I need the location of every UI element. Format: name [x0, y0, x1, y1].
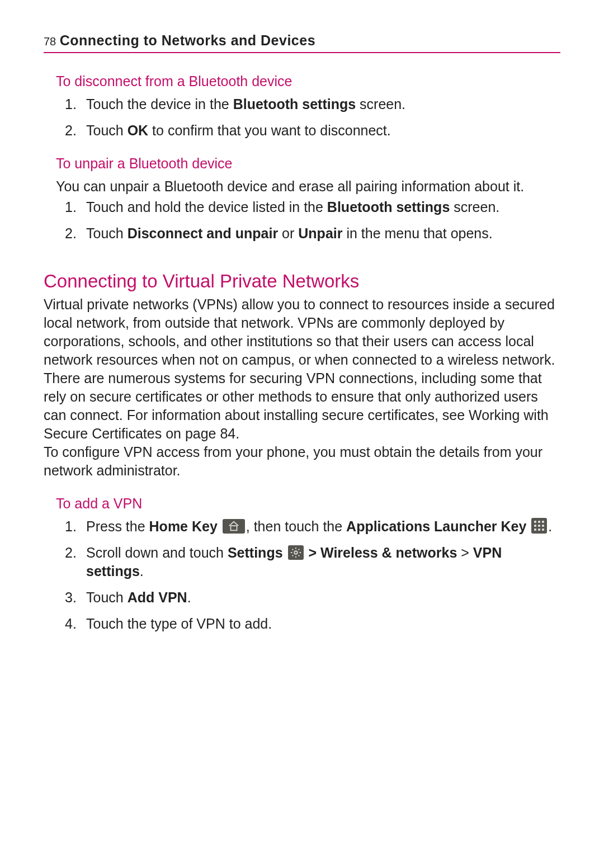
step-text: Touch and hold the device listed in the [86, 199, 327, 215]
steps-add-vpn: 1. Press the Home Key , then touch the A… [44, 517, 560, 633]
svg-rect-0 [230, 526, 237, 530]
step-number: 2. [65, 224, 77, 243]
heading-add-vpn: To add a VPN [56, 496, 560, 512]
step-text: . [548, 518, 552, 534]
step-number: 4. [65, 615, 77, 633]
unpair-intro: You can unpair a Bluetooth device and er… [56, 177, 560, 196]
step-item: 4. Touch the type of VPN to add. [81, 615, 560, 633]
step-text: Scroll down and touch [86, 545, 228, 560]
heading-unpair-bluetooth: To unpair a Bluetooth device [56, 155, 560, 172]
heading-disconnect-bluetooth: To disconnect from a Bluetooth device [56, 73, 560, 89]
steps-disconnect: 1. Touch the device in the Bluetooth set… [44, 95, 560, 140]
vpn-para-1: Virtual private networks (VPNs) allow yo… [44, 295, 560, 369]
step-text: to confirm that you want to disconnect. [148, 122, 391, 138]
step-text-bold: Unpair [298, 225, 342, 241]
apps-launcher-icon [531, 518, 547, 534]
step-number: 2. [65, 544, 77, 562]
step-text: > [457, 545, 473, 560]
settings-icon [288, 545, 304, 560]
step-text-bold: Bluetooth settings [233, 96, 356, 112]
step-item: 3. Touch Add VPN. [81, 588, 560, 607]
step-text: Touch [86, 122, 128, 138]
step-text: Touch the device in the [86, 96, 233, 112]
step-text: . [140, 563, 144, 579]
step-text: screen. [356, 96, 405, 112]
heading-vpn: Connecting to Virtual Private Networks [44, 271, 560, 292]
step-text-bold: Settings [228, 545, 283, 560]
chapter-title: Connecting to Networks and Devices [60, 32, 315, 48]
step-text: or [278, 225, 298, 241]
step-text: in the menu that opens. [342, 225, 492, 241]
step-text-bold: Wireless & networks [320, 545, 457, 560]
page-number: 78 [44, 35, 57, 48]
step-text-bold: OK [128, 122, 149, 138]
step-number: 2. [65, 121, 77, 140]
vpn-para-2: There are numerous systems for securing … [44, 369, 560, 443]
step-number: 3. [65, 588, 77, 607]
step-text-bold: Bluetooth settings [327, 199, 450, 215]
page: 78 Connecting to Networks and Devices To… [0, 0, 604, 868]
step-number: 1. [65, 95, 77, 114]
home-key-icon [223, 519, 245, 534]
step-text-bold: > [308, 545, 320, 560]
step-text: Touch [86, 225, 128, 241]
step-text-bold: Add VPN [128, 589, 187, 605]
svg-point-1 [294, 551, 298, 554]
vpn-para-3: To configure VPN access from your phone,… [44, 443, 560, 480]
step-item: 2. Touch OK to confirm that you want to … [81, 121, 560, 140]
step-item: 1. Press the Home Key , then touch the A… [81, 517, 560, 536]
step-text-bold: Disconnect and unpair [128, 225, 278, 241]
step-text: , then touch the [246, 518, 346, 534]
step-item: 2. Scroll down and touch Settings > Wire… [81, 544, 560, 581]
step-text: screen. [450, 199, 499, 215]
step-number: 1. [65, 517, 77, 536]
step-text-bold: Home Key [149, 518, 218, 534]
step-text: . [187, 589, 191, 605]
step-text: Touch [86, 589, 128, 605]
step-item: 1. Touch and hold the device listed in t… [81, 198, 560, 216]
step-item: 1. Touch the device in the Bluetooth set… [81, 95, 560, 114]
steps-unpair: 1. Touch and hold the device listed in t… [44, 198, 560, 243]
chapter-header: 78 Connecting to Networks and Devices [44, 32, 560, 53]
step-number: 1. [65, 198, 77, 216]
step-text: Press the [86, 518, 149, 534]
step-item: 2. Touch Disconnect and unpair or Unpair… [81, 224, 560, 243]
step-text-bold: Applications Launcher Key [346, 518, 526, 534]
step-text: Touch the type of VPN to add. [86, 616, 272, 631]
